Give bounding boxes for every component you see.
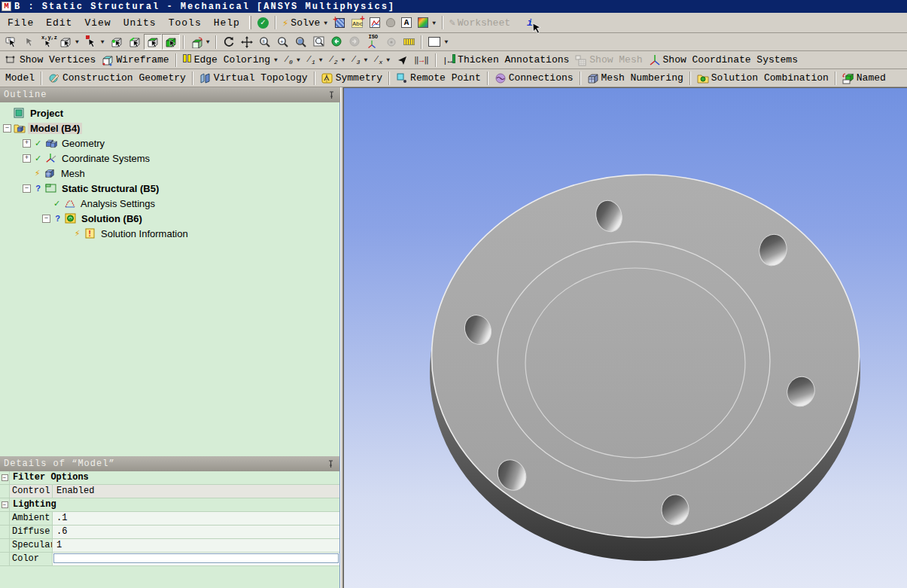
extend-selection-button[interactable]: ▼ [187, 34, 213, 50]
previous-view-button[interactable] [328, 34, 346, 50]
worksheet-button-disabled: ✎ Worksheet [446, 15, 513, 31]
diffuse-value[interactable]: .6 [53, 526, 339, 538]
solve-dropdown-arrow[interactable]: ▼ [324, 20, 327, 26]
select-mode-button[interactable]: ▼ [56, 34, 82, 50]
viewport-color-dropdown[interactable]: ▼ [444, 38, 448, 45]
ruler-icon [403, 38, 415, 45]
black-arrow-icon [396, 54, 408, 66]
collapse-expander[interactable]: − [23, 184, 31, 193]
zoom-fit-button[interactable] [292, 34, 310, 50]
pin-icon[interactable] [327, 90, 336, 99]
flag-select-button[interactable]: ▼ [82, 34, 108, 50]
iso-view-button[interactable]: ISO [364, 34, 382, 50]
solution-combination-icon [697, 72, 709, 84]
new-chart-button[interactable]: + [330, 15, 348, 31]
new-annotation-button[interactable]: Abc+ [348, 15, 367, 31]
image-dropdown-arrow[interactable]: ▼ [432, 20, 436, 26]
connections-button[interactable]: Connections [492, 70, 577, 86]
tree-item-geometry[interactable]: + ✓ Geometry [0, 136, 339, 151]
select-mode-dropdown[interactable]: ▼ [75, 38, 79, 45]
tree-item-analysis-settings[interactable]: ✓ Analysis Settings [0, 196, 339, 211]
tree-item-coordinate-systems[interactable]: + ✓ Coordinate Systems [0, 151, 339, 166]
edge-direction-x-icon: ∕x [373, 54, 382, 66]
ambient-value[interactable]: .1 [53, 512, 339, 525]
menu-edit[interactable]: Edit [40, 16, 78, 30]
toolbar-grip [249, 16, 251, 29]
symmetry-button[interactable]: Symmetry [318, 70, 385, 86]
virtual-topology-button[interactable]: Virtual Topology [196, 70, 311, 86]
ready-status-button[interactable]: ✓ [254, 15, 272, 31]
show-coordinate-systems-button[interactable]: Show Coordinate Systems [646, 52, 801, 68]
flag-select-dropdown[interactable]: ▼ [101, 38, 105, 45]
edge-direction-0-button[interactable]: ∕0▼ [281, 52, 303, 68]
menu-tools[interactable]: Tools [163, 16, 208, 30]
face-select-button[interactable] [144, 34, 162, 50]
tree-item-solution-information[interactable]: ⚡ ! Solution Information [0, 226, 339, 241]
edge-coloring-dropdown[interactable]: ▼ [274, 56, 278, 63]
context-model-button[interactable]: Model [2, 70, 38, 86]
solve-button[interactable]: ⚡ Solve ▼ [279, 15, 330, 31]
control-value[interactable]: Enabled [53, 485, 339, 498]
edge-select-button[interactable] [126, 34, 144, 50]
tree-item-project[interactable]: Project [0, 105, 339, 120]
construction-geometry-button[interactable]: Construction Geometry [45, 70, 189, 86]
collapse-expander[interactable]: − [42, 215, 50, 223]
mesh-numbering-button[interactable]: Mesh Numbering [584, 70, 686, 86]
edge-direction-1-icon: ∕1 [306, 54, 315, 66]
expand-expander[interactable]: + [23, 139, 31, 148]
edge-direction-x-button[interactable]: ∕x▼ [370, 52, 393, 68]
box-zoom-button[interactable] [310, 34, 328, 50]
remote-point-button[interactable]: Remote Point [393, 70, 484, 86]
named-selection-icon [842, 72, 854, 84]
menu-file[interactable]: File [2, 16, 40, 30]
edge-direction-3-button[interactable]: ∕3▼ [348, 52, 370, 68]
chart-button[interactable] [367, 15, 383, 31]
edge-direction-arrow-button[interactable] [393, 52, 411, 68]
tree-item-static-structural[interactable]: − ? Static Structural (B5) [0, 181, 339, 196]
solution-information-icon: ! [84, 228, 96, 239]
rotate-button[interactable] [220, 34, 238, 50]
menu-units[interactable]: Units [117, 16, 163, 30]
edge-direction-2-icon: ∕2 [329, 54, 338, 66]
edge-direction-2-button[interactable]: ∕2▼ [326, 52, 348, 68]
body-select-button[interactable] [162, 34, 180, 50]
pin-icon[interactable] [327, 459, 336, 468]
thicken-annotations-button[interactable]: |↔ Thicken Annotations [440, 52, 572, 68]
menu-bar: File Edit View Units Tools Help ✓ ⚡ Solv… [0, 13, 907, 33]
geometry-viewport[interactable] [343, 87, 907, 588]
menu-help[interactable]: Help [208, 16, 246, 30]
window-title: B : Static Structural - Mechanical [ANSY… [14, 2, 395, 12]
color-picker-swatch[interactable] [53, 553, 339, 563]
viewport-color-button[interactable]: ▼ [425, 34, 451, 50]
menu-view[interactable]: View [78, 16, 117, 30]
vertex-select-button[interactable] [108, 34, 126, 50]
tree-item-model[interactable]: − Model (B4) [0, 120, 339, 136]
pan-button[interactable] [238, 34, 256, 50]
coordinate-pick-button[interactable]: x,y,z [38, 34, 56, 50]
ruler-button[interactable] [400, 34, 418, 50]
expand-edges-button[interactable]: ‖→‖ [411, 52, 432, 68]
category-collapse-expander[interactable]: − [2, 501, 8, 508]
show-mesh-icon [575, 54, 587, 66]
zoom-button[interactable]: ± [256, 34, 274, 50]
look-at-icon [385, 36, 397, 48]
text-annotation-button[interactable]: A [398, 15, 415, 31]
image-capture-button[interactable]: ▼ [415, 15, 439, 31]
zoom-in-button[interactable]: + [274, 34, 292, 50]
category-collapse-expander[interactable]: − [2, 474, 8, 481]
named-selection-button[interactable]: Named [839, 70, 889, 86]
body-select-icon [165, 36, 177, 48]
collapse-expander[interactable]: − [3, 124, 11, 133]
extend-selection-dropdown[interactable]: ▼ [206, 38, 210, 45]
model-icon [14, 123, 26, 133]
edge-direction-1-button[interactable]: ∕1▼ [303, 52, 326, 68]
edge-coloring-button[interactable]: Edge Coloring ▼ [180, 52, 281, 68]
tree-item-mesh[interactable]: ⚡ Mesh [0, 166, 339, 181]
specular-value[interactable]: 1 [53, 539, 339, 552]
label-select-button[interactable]: ⠿ [2, 34, 20, 50]
show-vertices-button[interactable]: Show Vertices [2, 52, 99, 68]
tree-item-solution[interactable]: − ? Solution (B6) [0, 211, 339, 226]
solution-combination-button[interactable]: Solution Combination [694, 70, 832, 86]
expand-expander[interactable]: + [23, 154, 31, 163]
wireframe-button[interactable]: Wireframe [99, 52, 172, 68]
